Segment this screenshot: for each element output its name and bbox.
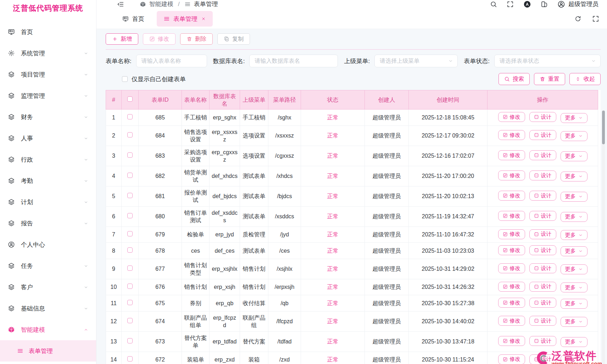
more-button[interactable]: 更多 xyxy=(561,113,587,123)
sidebar-item-9[interactable]: 报告 xyxy=(0,213,96,234)
more-button[interactable]: 更多 xyxy=(561,317,587,327)
design-button[interactable]: 设计 xyxy=(529,336,556,346)
fold-icon[interactable] xyxy=(117,1,124,8)
sidebar-item-7[interactable]: 考勤 xyxy=(0,170,96,191)
row-checkbox[interactable] xyxy=(127,231,133,236)
theme-icon[interactable] xyxy=(541,1,548,8)
form-name-filter-input[interactable] xyxy=(136,55,207,67)
sidebar-subitem-form-management[interactable]: 表单管理 xyxy=(0,340,96,362)
row-checkbox[interactable] xyxy=(127,152,133,158)
row-checkbox[interactable] xyxy=(127,213,133,218)
search-icon[interactable] xyxy=(490,1,497,8)
add-button[interactable]: 新增 xyxy=(106,33,138,45)
design-button[interactable]: 设计 xyxy=(529,229,556,239)
more-button[interactable]: 更多 xyxy=(561,337,587,347)
more-button[interactable]: 更多 xyxy=(561,192,587,202)
more-button[interactable]: 更多 xyxy=(561,212,587,222)
row-checkbox[interactable] xyxy=(127,132,133,138)
search-button[interactable]: 搜索 xyxy=(499,73,530,85)
row-checkbox[interactable] xyxy=(127,284,133,289)
design-button[interactable]: 设计 xyxy=(529,130,556,140)
sidebar-item-8[interactable]: 计划 xyxy=(0,191,96,213)
sidebar-item-3[interactable]: 监理管理 xyxy=(0,85,96,106)
row-checkbox[interactable] xyxy=(127,300,133,305)
design-button[interactable]: 设计 xyxy=(529,191,556,201)
form-id-cell: 685 xyxy=(139,110,182,126)
design-button[interactable]: 设计 xyxy=(529,245,556,255)
design-button[interactable]: 设计 xyxy=(529,316,556,326)
parent-menu-filter-select[interactable]: 请选择上级菜单 xyxy=(374,55,458,67)
fullscreen-icon[interactable] xyxy=(507,1,514,8)
edit-button[interactable]: 修改 xyxy=(498,112,525,122)
more-button[interactable]: 更多 xyxy=(561,264,587,274)
row-checkbox[interactable] xyxy=(127,247,133,253)
design-button[interactable]: 设计 xyxy=(529,298,556,308)
select-all-checkbox[interactable] xyxy=(127,96,133,102)
sidebar-item-14[interactable]: 智能建模 xyxy=(0,319,96,340)
reset-button[interactable]: 重置 xyxy=(534,73,565,85)
edit-button[interactable]: 修改 xyxy=(498,316,525,326)
design-button[interactable]: 设计 xyxy=(529,211,556,221)
edit-button[interactable]: 修改 xyxy=(498,336,525,346)
edit-button[interactable]: 修改 xyxy=(498,170,525,180)
design-button[interactable]: 设计 xyxy=(529,112,556,122)
sidebar-item-6[interactable]: 行政 xyxy=(0,149,96,170)
sidebar-item-1[interactable]: 系统管理 xyxy=(0,43,96,64)
modify-button[interactable]: 修改 xyxy=(143,33,176,45)
row-checkbox[interactable] xyxy=(127,265,133,271)
row-checkbox[interactable] xyxy=(127,114,133,119)
design-button[interactable]: 设计 xyxy=(529,150,556,160)
db-table-filter-input[interactable] xyxy=(249,55,338,67)
sidebar-item-10[interactable]: 个人中心 xyxy=(0,234,96,255)
design-button[interactable]: 设计 xyxy=(529,282,556,292)
more-button[interactable]: 更多 xyxy=(561,151,587,161)
table-scrollbar[interactable] xyxy=(602,110,605,364)
sidebar-item-0[interactable]: 首页 xyxy=(0,21,96,43)
more-button[interactable]: 更多 xyxy=(561,246,587,256)
user-menu[interactable]: 超级管理员 xyxy=(557,0,598,8)
only-mine-checkbox[interactable] xyxy=(122,76,128,82)
row-checkbox[interactable] xyxy=(127,193,133,198)
font-size-icon[interactable] xyxy=(523,0,531,8)
tab-form-management[interactable]: 表单管理 xyxy=(157,11,213,27)
sidebar-item-13[interactable]: 基础信息 xyxy=(0,298,96,319)
design-button[interactable]: 设计 xyxy=(529,170,556,180)
more-button[interactable]: 更多 xyxy=(561,299,587,309)
sidebar-item-2[interactable]: 项目管理 xyxy=(0,64,96,85)
sidebar-item-11[interactable]: 任务 xyxy=(0,255,96,276)
copy-button[interactable]: 复制 xyxy=(217,33,250,45)
collapse-button[interactable]: 收起 xyxy=(569,73,601,85)
edit-button[interactable]: 修改 xyxy=(498,211,525,221)
sidebar-item-5[interactable]: 人事 xyxy=(0,128,96,149)
refresh-icon[interactable] xyxy=(574,15,581,22)
edit-button[interactable]: 修改 xyxy=(498,298,525,308)
edit-button[interactable]: 修改 xyxy=(498,354,525,364)
sidebar-item-label: 报告 xyxy=(21,219,33,228)
sidebar-item-4[interactable]: 财务 xyxy=(0,106,96,128)
edit-button[interactable]: 修改 xyxy=(498,191,525,201)
more-button[interactable]: 更多 xyxy=(561,172,587,181)
sidebar-item-12[interactable]: 客户 xyxy=(0,276,96,298)
close-icon[interactable] xyxy=(201,16,206,21)
edit-button[interactable]: 修改 xyxy=(498,150,525,160)
breadcrumb-parent[interactable]: 智能建模 xyxy=(149,0,173,8)
edit-button[interactable]: 修改 xyxy=(498,245,525,255)
edit-button[interactable]: 修改 xyxy=(498,263,525,273)
tab-home[interactable]: 首页 xyxy=(117,11,150,27)
design-button[interactable]: 设计 xyxy=(529,263,556,273)
expand-icon[interactable] xyxy=(592,15,599,22)
form-status-filter-select[interactable]: 请选择表单状态 xyxy=(494,55,601,67)
menu-path-cell: /tdfad xyxy=(268,331,301,352)
row-checkbox[interactable] xyxy=(127,173,133,178)
row-checkbox[interactable] xyxy=(127,338,133,343)
more-button[interactable]: 更多 xyxy=(561,282,587,292)
edit-button[interactable]: 修改 xyxy=(498,282,525,292)
more-button[interactable]: 更多 xyxy=(561,230,587,240)
row-checkbox[interactable] xyxy=(127,356,133,362)
scrollbar-thumb[interactable] xyxy=(602,111,605,144)
delete-button[interactable]: 删除 xyxy=(180,33,213,45)
more-button[interactable]: 更多 xyxy=(561,131,587,141)
row-checkbox[interactable] xyxy=(127,318,133,323)
edit-button[interactable]: 修改 xyxy=(498,130,525,140)
edit-button[interactable]: 修改 xyxy=(498,229,525,239)
